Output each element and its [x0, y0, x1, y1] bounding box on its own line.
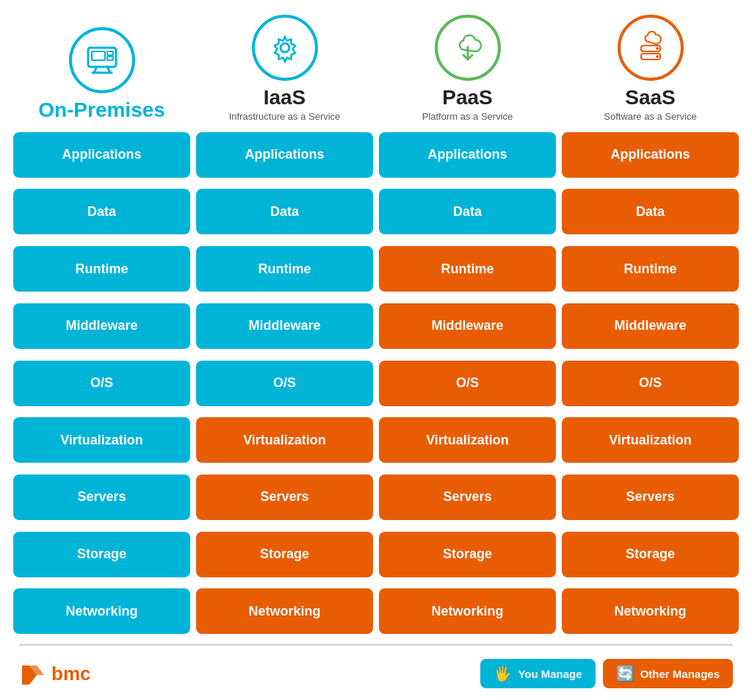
- cell-data-col2: Data: [379, 189, 556, 234]
- iaas-subtitle: Infrastructure as a Service: [229, 111, 341, 122]
- saas-title: SaaS: [625, 87, 676, 109]
- cell-runtime-col3: Runtime: [562, 246, 739, 292]
- saas-icon-circle: [618, 15, 684, 81]
- cell-o-s-col2: O/S: [379, 361, 556, 406]
- cell-middleware-col3: Middleware: [562, 303, 739, 349]
- cell-data-col0: Data: [13, 189, 190, 234]
- cloud-download-icon: [451, 31, 485, 65]
- cell-data-col1: Data: [196, 189, 373, 234]
- cell-applications-col3: Applications: [562, 132, 739, 178]
- cell-middleware-col1: Middleware: [196, 303, 373, 349]
- column-header-iaas: IaaS Infrastructure as a Service: [196, 15, 373, 122]
- cell-storage-col0: Storage: [13, 532, 190, 577]
- cell-virtualization-col2: Virtualization: [379, 417, 556, 463]
- saas-subtitle: Software as a Service: [604, 111, 696, 122]
- column-header-onprem: On-Premises: [13, 15, 190, 122]
- paas-icon-circle: [435, 15, 501, 81]
- cell-servers-col3: Servers: [562, 475, 739, 520]
- svg-point-7: [281, 43, 289, 52]
- cell-virtualization-col3: Virtualization: [562, 417, 739, 463]
- cell-middleware-col0: Middleware: [13, 303, 190, 349]
- cell-o-s-col1: O/S: [196, 361, 373, 406]
- cell-networking-col3: Networking: [562, 588, 739, 634]
- cell-virtualization-col0: Virtualization: [13, 417, 190, 463]
- svg-rect-6: [107, 57, 113, 60]
- comparison-grid: ApplicationsApplicationsApplicationsAppl…: [7, 132, 745, 640]
- cell-networking-col1: Networking: [196, 588, 373, 634]
- cell-applications-col0: Applications: [13, 132, 190, 178]
- cloud-database-icon: [634, 31, 668, 65]
- cell-o-s-col3: O/S: [562, 361, 739, 406]
- cell-servers-col2: Servers: [379, 475, 556, 520]
- hand-icon: 🖐: [494, 665, 512, 682]
- cell-storage-col3: Storage: [562, 532, 739, 577]
- cell-storage-col2: Storage: [379, 532, 556, 577]
- cell-runtime-col2: Runtime: [379, 246, 556, 292]
- divider: [19, 644, 733, 646]
- cell-virtualization-col1: Virtualization: [196, 417, 373, 463]
- cell-networking-col0: Networking: [13, 588, 190, 634]
- cell-runtime-col0: Runtime: [13, 246, 190, 292]
- iaas-title: IaaS: [264, 87, 306, 109]
- cell-servers-col0: Servers: [13, 475, 190, 520]
- legend: 🖐 You Manage 🔄 Other Manages: [480, 659, 733, 688]
- iaas-icon-circle: [252, 15, 318, 81]
- onprem-title: On-Premises: [38, 99, 165, 122]
- paas-subtitle: Platform as a Service: [422, 111, 513, 122]
- gear-icon: [268, 31, 302, 65]
- svg-rect-4: [92, 51, 105, 60]
- legend-you-manage: 🖐 You Manage: [480, 659, 595, 688]
- column-header-paas: PaaS Platform as a Service: [379, 15, 556, 122]
- cell-o-s-col0: O/S: [13, 361, 190, 406]
- bmc-label: bmc: [51, 663, 90, 685]
- cell-servers-col1: Servers: [196, 475, 373, 520]
- bmc-logo-icon: [19, 660, 47, 688]
- svg-point-11: [656, 48, 658, 50]
- legend-other-manages-label: Other Manages: [640, 668, 720, 680]
- header-row: On-Premises IaaS Infrastructure as a Ser…: [7, 15, 745, 122]
- column-header-saas: SaaS Software as a Service: [562, 15, 739, 122]
- svg-rect-5: [107, 51, 113, 55]
- monitor-icon: [85, 43, 119, 77]
- legend-you-manage-label: You Manage: [518, 668, 582, 680]
- cell-data-col3: Data: [562, 189, 739, 234]
- paas-title: PaaS: [442, 87, 493, 109]
- cell-middleware-col2: Middleware: [379, 303, 556, 349]
- legend-other-manages: 🔄 Other Manages: [603, 659, 733, 688]
- cell-applications-col2: Applications: [379, 132, 556, 178]
- cell-networking-col2: Networking: [379, 588, 556, 634]
- footer: bmc 🖐 You Manage 🔄 Other Manages: [7, 652, 745, 693]
- main-container: On-Premises IaaS Infrastructure as a Ser…: [0, 0, 752, 700]
- cell-applications-col1: Applications: [196, 132, 373, 178]
- onprem-icon-circle: [69, 27, 135, 93]
- cell-storage-col1: Storage: [196, 532, 373, 577]
- svg-point-12: [656, 56, 658, 58]
- bmc-logo: bmc: [19, 660, 90, 688]
- cell-runtime-col1: Runtime: [196, 246, 373, 292]
- refresh-icon: 🔄: [616, 665, 634, 682]
